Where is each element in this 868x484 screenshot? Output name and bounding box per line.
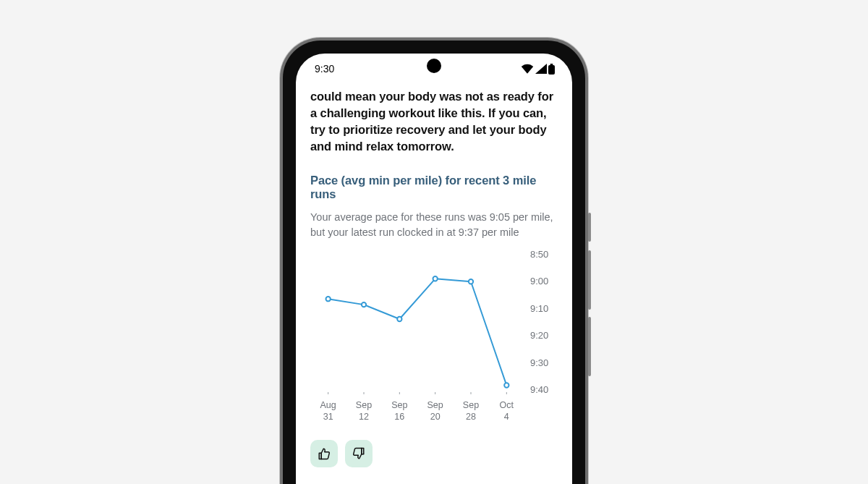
front-camera — [427, 59, 441, 73]
x-tick-label: Sep 28 — [453, 400, 488, 423]
phone-screen: 9:30 could mean your body wa — [296, 54, 572, 484]
cellular-icon — [535, 64, 547, 74]
phone-side-button — [588, 213, 591, 242]
svg-rect-0 — [550, 64, 553, 65]
chart-description: Your average pace for these runs was 9:0… — [310, 210, 558, 239]
chart-y-axis-labels: 8:509:009:109:209:309:40 — [524, 250, 558, 394]
status-time: 9:30 — [310, 63, 334, 75]
x-tick-label: Oct 4 — [489, 400, 524, 423]
wifi-icon — [521, 64, 534, 74]
status-icons — [521, 64, 558, 75]
svg-point-14 — [326, 297, 331, 301]
svg-rect-1 — [548, 65, 555, 75]
svg-point-16 — [397, 317, 401, 321]
chart-x-axis-labels: Aug 31Sep 12Sep 16Sep 20Sep 28Oct 4 — [310, 400, 558, 423]
y-tick-label: 9:30 — [530, 358, 558, 368]
x-tick-label: Sep 12 — [346, 400, 381, 423]
phone-volume-up — [588, 250, 591, 310]
svg-point-15 — [362, 302, 366, 307]
svg-point-18 — [469, 279, 473, 284]
x-tick-label: Sep 20 — [417, 400, 453, 423]
phone-frame: 9:30 could mean your body wa — [280, 38, 588, 484]
y-tick-label: 9:10 — [530, 304, 558, 313]
y-tick-label: 8:50 — [530, 250, 558, 259]
insight-body-text: could mean your body was not as ready fo… — [310, 88, 558, 155]
thumbs-up-icon — [318, 447, 331, 460]
y-tick-label: 9:40 — [530, 385, 558, 394]
y-tick-label: 9:00 — [530, 276, 558, 286]
pace-chart: 8:509:009:109:209:309:40 — [310, 250, 558, 394]
feedback-row — [310, 440, 558, 467]
phone-bezel: 9:30 could mean your body wa — [283, 41, 585, 484]
svg-point-17 — [433, 276, 438, 281]
thumbs-down-button[interactable] — [345, 440, 373, 467]
y-tick-label: 9:20 — [530, 331, 558, 340]
x-tick-label: Aug 31 — [310, 400, 346, 423]
svg-point-19 — [504, 383, 509, 387]
chart-title: Pace (avg min per mile) for recent 3 mil… — [310, 174, 558, 201]
x-tick-label: Sep 16 — [382, 400, 417, 423]
chart-plot-area — [310, 250, 524, 394]
phone-volume-down — [588, 317, 591, 376]
battery-icon — [548, 64, 555, 75]
thumbs-up-button[interactable] — [310, 440, 338, 467]
thumbs-down-icon — [352, 447, 365, 460]
